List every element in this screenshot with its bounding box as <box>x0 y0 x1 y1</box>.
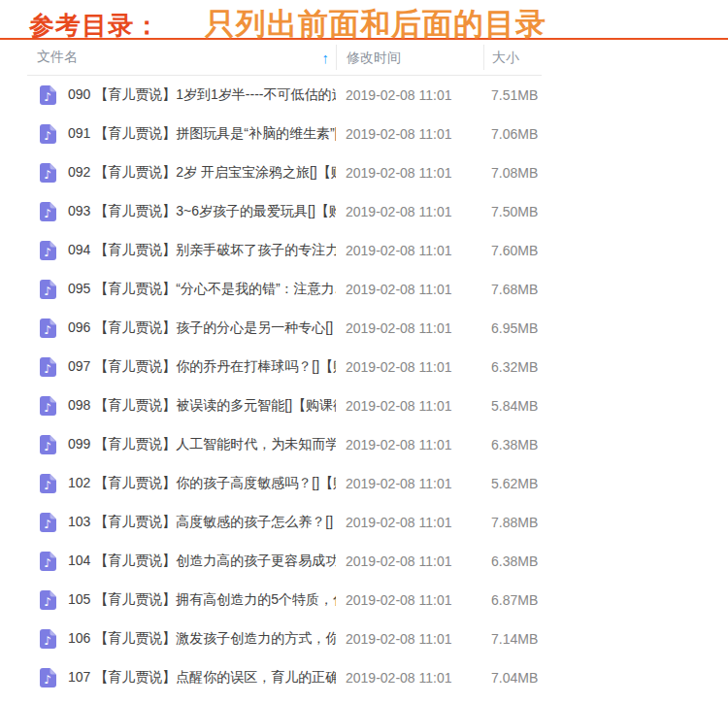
file-name[interactable]: 093 【育儿贾说】3~6岁孩子的最爱玩具[]【购课... <box>68 203 336 220</box>
file-size: 6.95MB <box>483 320 542 336</box>
table-row[interactable]: ♪ 098 【育儿贾说】被误读的多元智能[]【购课微信... 2019-02-0… <box>27 386 542 425</box>
svg-text:♪: ♪ <box>44 556 51 570</box>
audio-file-icon: ♪ <box>37 123 58 145</box>
file-size: 7.60MB <box>483 243 542 258</box>
file-size: 6.32MB <box>483 359 542 375</box>
audio-file-icon: ♪ <box>37 667 58 688</box>
file-size: 7.50MB <box>483 204 542 219</box>
table-row[interactable]: ♪ 099 【育儿贾说】人工智能时代，为未知而学习[]... 2019-02-0… <box>27 425 542 464</box>
file-name[interactable]: 105 【育儿贾说】拥有高创造力的5个特质，你家... <box>68 591 336 609</box>
file-name-cell: ♪ 093 【育儿贾说】3~6岁孩子的最爱玩具[]【购课... <box>27 201 336 222</box>
svg-text:♪: ♪ <box>44 401 51 415</box>
audio-file-icon: ♪ <box>37 240 58 261</box>
column-label-modified-time: 修改时间 <box>347 50 401 65</box>
svg-text:♪: ♪ <box>44 673 51 687</box>
table-row[interactable]: ♪ 104 【育儿贾说】创造力高的孩子更容易成功[]【... 2019-02-0… <box>27 542 542 581</box>
file-name-cell: ♪ 096 【育儿贾说】孩子的分心是另一种专心[]【购... <box>27 318 336 339</box>
file-name-cell: ♪ 107 【育儿贾说】点醒你的误区，育儿的正确打... <box>27 667 336 688</box>
svg-text:♪: ♪ <box>44 440 51 453</box>
file-name[interactable]: 099 【育儿贾说】人工智能时代，为未知而学习[]... <box>68 436 336 453</box>
table-row[interactable]: ♪ 106 【育儿贾说】激发孩子创造力的方式，你会... 2019-02-08 … <box>27 620 542 658</box>
table-row[interactable]: ♪ 094 【育儿贾说】别亲手破坏了孩子的专注力[]【... 2019-02-0… <box>27 231 542 270</box>
table-header: 文件名 ↑ 修改时间 大小 <box>27 40 542 76</box>
column-label-filename: 文件名 <box>37 49 78 66</box>
svg-text:♪: ♪ <box>44 479 51 492</box>
file-size: 6.87MB <box>483 592 542 608</box>
file-name[interactable]: 097 【育儿贾说】你的乔丹在打棒球吗？[]【购课... <box>68 358 336 376</box>
svg-text:♪: ♪ <box>44 246 51 259</box>
table-row[interactable]: ♪ 102 【育儿贾说】你的孩子高度敏感吗？[]【购课... 2019-02-0… <box>27 464 542 503</box>
table-row[interactable]: ♪ 093 【育儿贾说】3~6岁孩子的最爱玩具[]【购课... 2019-02-… <box>27 192 542 231</box>
file-name[interactable]: 107 【育儿贾说】点醒你的误区，育儿的正确打... <box>68 669 336 687</box>
file-rows: ♪ 090 【育儿贾说】1岁到1岁半----不可低估的过... 2019-02-… <box>27 76 542 697</box>
svg-text:♪: ♪ <box>44 90 51 104</box>
file-name-cell: ♪ 106 【育儿贾说】激发孩子创造力的方式，你会... <box>27 628 336 650</box>
file-modified-time: 2019-02-08 11:01 <box>336 631 483 647</box>
svg-text:♪: ♪ <box>44 595 51 609</box>
column-label-size: 大小 <box>492 50 519 65</box>
file-modified-time: 2019-02-08 11:01 <box>336 126 483 142</box>
file-modified-time: 2019-02-08 11:01 <box>336 515 483 530</box>
file-name-cell: ♪ 090 【育儿贾说】1岁到1岁半----不可低估的过... <box>27 84 336 106</box>
svg-text:♪: ♪ <box>44 323 51 337</box>
table-row[interactable]: ♪ 107 【育儿贾说】点醒你的误区，育儿的正确打... 2019-02-08 … <box>27 658 542 697</box>
file-name-cell: ♪ 092 【育儿贾说】2岁 开启宝宝涂鸦之旅[]【购课... <box>27 162 336 184</box>
file-modified-time: 2019-02-08 11:01 <box>336 553 483 569</box>
file-name[interactable]: 096 【育儿贾说】孩子的分心是另一种专心[]【购... <box>68 319 336 337</box>
file-modified-time: 2019-02-08 11:01 <box>336 165 483 181</box>
audio-file-icon: ♪ <box>37 512 58 533</box>
file-name[interactable]: 104 【育儿贾说】创造力高的孩子更容易成功[]【... <box>68 553 336 570</box>
file-name[interactable]: 106 【育儿贾说】激发孩子创造力的方式，你会... <box>68 630 336 648</box>
file-modified-time: 2019-02-08 11:01 <box>336 476 483 491</box>
file-name[interactable]: 103 【育儿贾说】高度敏感的孩子怎么养？[]【购... <box>68 514 336 531</box>
audio-file-icon: ♪ <box>37 395 58 417</box>
file-name[interactable]: 090 【育儿贾说】1岁到1岁半----不可低估的过... <box>68 86 336 104</box>
file-name[interactable]: 091 【育儿贾说】拼图玩具是“补脑的维生素”[]... <box>68 125 336 143</box>
file-modified-time: 2019-02-08 11:01 <box>336 204 483 219</box>
svg-text:♪: ♪ <box>44 129 51 143</box>
audio-file-icon: ♪ <box>37 201 58 222</box>
table-row[interactable]: ♪ 105 【育儿贾说】拥有高创造力的5个特质，你家... 2019-02-08… <box>27 581 542 620</box>
table-row[interactable]: ♪ 090 【育儿贾说】1岁到1岁半----不可低估的过... 2019-02-… <box>27 76 542 115</box>
file-size: 7.68MB <box>483 282 542 297</box>
file-name[interactable]: 095 【育儿贾说】“分心不是我的错”：注意力... <box>68 281 336 298</box>
table-row[interactable]: ♪ 092 【育儿贾说】2岁 开启宝宝涂鸦之旅[]【购课... 2019-02-… <box>27 153 542 192</box>
file-name[interactable]: 092 【育儿贾说】2岁 开启宝宝涂鸦之旅[]【购课... <box>68 164 336 182</box>
svg-text:♪: ♪ <box>44 634 51 648</box>
table-row[interactable]: ♪ 103 【育儿贾说】高度敏感的孩子怎么养？[]【购... 2019-02-0… <box>27 503 542 542</box>
file-name-cell: ♪ 105 【育儿贾说】拥有高创造力的5个特质，你家... <box>27 589 336 611</box>
svg-text:♪: ♪ <box>44 168 51 182</box>
file-size: 7.88MB <box>483 515 542 530</box>
file-modified-time: 2019-02-08 11:01 <box>336 437 483 453</box>
svg-text:♪: ♪ <box>44 362 51 376</box>
file-name-cell: ♪ 099 【育儿贾说】人工智能时代，为未知而学习[]... <box>27 434 336 455</box>
column-header-filename[interactable]: 文件名 ↑ <box>27 40 336 75</box>
file-modified-time: 2019-02-08 11:01 <box>336 359 483 375</box>
file-name-cell: ♪ 095 【育儿贾说】“分心不是我的错”：注意力... <box>27 279 336 300</box>
file-size: 5.62MB <box>483 476 542 491</box>
page-title: 只列出前面和后面的目录 <box>205 4 546 45</box>
table-row[interactable]: ♪ 096 【育儿贾说】孩子的分心是另一种专心[]【购... 2019-02-0… <box>27 309 542 348</box>
file-name[interactable]: 102 【育儿贾说】你的孩子高度敏感吗？[]【购课... <box>68 475 336 492</box>
file-name[interactable]: 098 【育儿贾说】被误读的多元智能[]【购课微信... <box>68 397 336 415</box>
file-name[interactable]: 094 【育儿贾说】别亲手破坏了孩子的专注力[]【... <box>68 242 336 259</box>
file-size: 5.84MB <box>483 398 542 414</box>
audio-file-icon: ♪ <box>37 434 58 455</box>
file-table: 文件名 ↑ 修改时间 大小 ♪ 090 【育儿贾说】1岁到1岁半----不可低估… <box>27 40 542 697</box>
file-name-cell: ♪ 097 【育儿贾说】你的乔丹在打棒球吗？[]【购课... <box>27 356 336 378</box>
file-name-cell: ♪ 098 【育儿贾说】被误读的多元智能[]【购课微信... <box>27 395 336 417</box>
audio-file-icon: ♪ <box>37 279 58 300</box>
sort-ascending-icon[interactable]: ↑ <box>322 50 330 66</box>
file-name-cell: ♪ 094 【育儿贾说】别亲手破坏了孩子的专注力[]【... <box>27 240 336 261</box>
svg-text:♪: ♪ <box>44 285 51 298</box>
file-modified-time: 2019-02-08 11:01 <box>336 87 483 103</box>
file-name-cell: ♪ 102 【育儿贾说】你的孩子高度敏感吗？[]【购课... <box>27 473 336 494</box>
column-header-size[interactable]: 大小 <box>483 45 542 70</box>
table-row[interactable]: ♪ 091 【育儿贾说】拼图玩具是“补脑的维生素”[]... 2019-02-0… <box>27 115 542 153</box>
column-header-modified-time[interactable]: 修改时间 <box>336 45 483 70</box>
audio-file-icon: ♪ <box>37 551 58 572</box>
table-row[interactable]: ♪ 095 【育儿贾说】“分心不是我的错”：注意力... 2019-02-08 … <box>27 270 542 309</box>
svg-text:♪: ♪ <box>44 207 51 220</box>
table-row[interactable]: ♪ 097 【育儿贾说】你的乔丹在打棒球吗？[]【购课... 2019-02-0… <box>27 348 542 386</box>
file-size: 6.38MB <box>483 437 542 453</box>
